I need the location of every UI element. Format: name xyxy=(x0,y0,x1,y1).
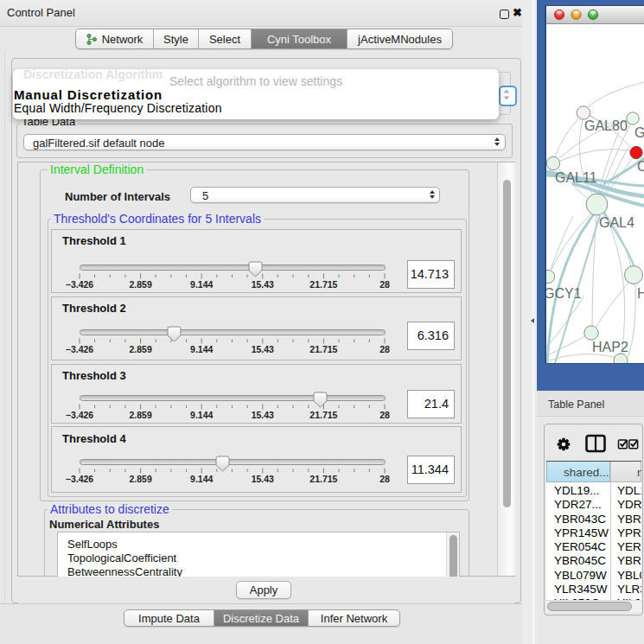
svg-text:CR: CR xyxy=(637,159,644,174)
svg-text:GA: GA xyxy=(634,125,644,140)
svg-text:GAL80: GAL80 xyxy=(584,118,628,133)
svg-text:HAP2: HAP2 xyxy=(592,340,628,354)
svg-text:GAL4: GAL4 xyxy=(599,215,634,230)
svg-text:GAL11: GAL11 xyxy=(555,170,597,185)
svg-text:HA: HA xyxy=(637,286,644,301)
svg-text:GCY1: GCY1 xyxy=(544,286,582,301)
